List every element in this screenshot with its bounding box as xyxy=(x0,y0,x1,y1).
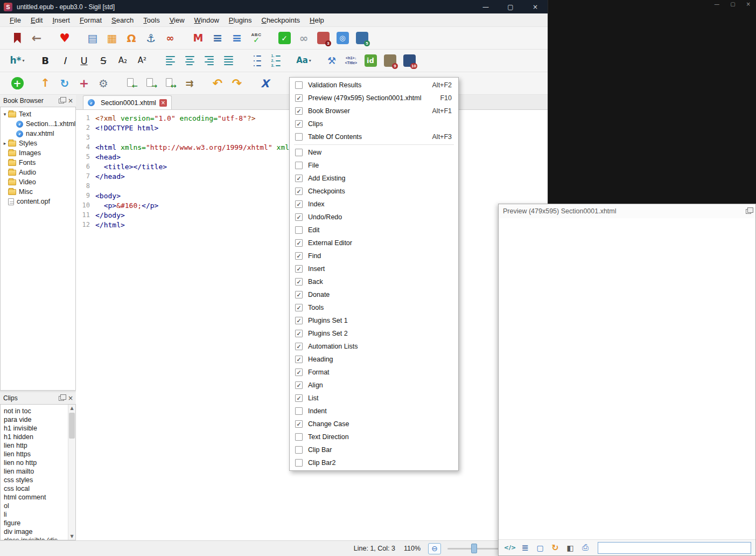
align-justify-icon[interactable] xyxy=(219,52,238,70)
close-button[interactable]: × xyxy=(523,0,548,13)
bullet-list-icon[interactable]: ••• xyxy=(247,52,266,70)
menubar-insert[interactable]: Insert xyxy=(47,15,75,26)
superscript-icon[interactable]: A² xyxy=(132,52,152,70)
clip-item-div-image[interactable]: div image xyxy=(1,527,75,536)
manage-checkpoints-icon[interactable]: ∞ xyxy=(294,29,313,47)
view-menu-item-text-direction[interactable]: Text Direction xyxy=(290,430,458,443)
bg-close-icon[interactable]: × xyxy=(746,1,751,7)
menubar-window[interactable]: Window xyxy=(190,15,224,26)
tree-item-text[interactable]: ▾Text xyxy=(1,109,75,119)
underline-icon[interactable]: U xyxy=(74,52,94,70)
menubar-plugins[interactable]: Plugins xyxy=(224,15,257,26)
view-menu-item-file[interactable]: File xyxy=(290,159,458,172)
menubar-format[interactable]: Format xyxy=(75,15,107,26)
casing-icon[interactable]: Aa▾ xyxy=(294,52,313,70)
view-menu-item-align[interactable]: ✓Align xyxy=(290,379,458,392)
tree-item-fonts[interactable]: Fonts xyxy=(1,158,75,168)
index-mark-icon[interactable]: ≡ xyxy=(227,29,247,47)
view-menu-item-external-editor[interactable]: ✓External Editor xyxy=(290,237,458,249)
zoom-slider-handle[interactable] xyxy=(471,544,477,553)
clip-item-not-in-toc[interactable]: not in toc xyxy=(1,407,75,415)
split-after-icon[interactable]: → xyxy=(141,74,160,93)
tree-item-section-1-xhtml[interactable]: eSection...1.xhtml xyxy=(1,119,75,129)
refresh-icon[interactable]: ↻ xyxy=(55,74,74,93)
strikethrough-icon[interactable]: S xyxy=(94,52,113,70)
donate-heart-icon[interactable]: ♥ xyxy=(55,29,74,47)
clip-item-lien-no-http[interactable]: lien no http xyxy=(1,458,75,467)
tree-item-nav-xhtml[interactable]: enav.xhtml xyxy=(1,129,75,138)
clip-item-h1-invisible[interactable]: h1 invisible xyxy=(1,424,75,433)
menubar-help[interactable]: Help xyxy=(305,15,329,26)
preview-address-input[interactable] xyxy=(598,542,751,554)
tree-item-images[interactable]: Images xyxy=(1,148,75,158)
menubar-file[interactable]: File xyxy=(5,15,26,26)
view-menu-item-list[interactable]: ✓List xyxy=(290,392,458,405)
plugins-set1-icon[interactable]: 3 xyxy=(313,29,333,47)
preview-dock-icon[interactable] xyxy=(746,209,751,214)
scrollbar-thumb[interactable] xyxy=(69,413,75,439)
plugins-set2-icon[interactable]: 5 xyxy=(352,29,372,47)
back-icon[interactable]: ← xyxy=(27,29,46,47)
bookmark-icon[interactable] xyxy=(8,29,27,47)
clips-close-icon[interactable]: × xyxy=(68,395,73,401)
tree-expander-icon[interactable]: ▸ xyxy=(2,141,8,146)
index-editor-icon[interactable]: ▤ xyxy=(83,29,102,47)
align-left-icon[interactable] xyxy=(160,52,180,70)
numbered-list-icon[interactable]: 1.2.3. xyxy=(266,52,285,70)
save-page-icon[interactable]: ◧ xyxy=(563,541,577,554)
view-menu-item-checkpoints[interactable]: ✓Checkpoints xyxy=(290,185,458,198)
view-menu-item-clip-bar[interactable]: Clip Bar xyxy=(290,443,458,456)
menubar-view[interactable]: View xyxy=(165,15,190,26)
plugins-set4-icon[interactable]: 10 xyxy=(400,52,419,70)
view-menu-item-indent[interactable]: Indent xyxy=(290,405,458,418)
save-upload-icon[interactable]: ↑ xyxy=(36,74,55,93)
clip-item-css-local[interactable]: css local xyxy=(1,484,75,493)
inspect-icon[interactable]: ≣ xyxy=(518,541,532,554)
spellcheck-icon[interactable]: ABC✓ xyxy=(247,29,266,47)
clips-scrollbar[interactable]: ▲ ▼ xyxy=(68,405,75,540)
join-icon[interactable]: ⇉ xyxy=(180,74,199,93)
align-right-icon[interactable] xyxy=(199,52,219,70)
view-menu-item-table-of-contents[interactable]: Table Of ContentsAlt+F3 xyxy=(290,130,458,143)
view-menu-item-undo-redo[interactable]: ✓Undo/Redo xyxy=(290,211,458,224)
bg-minimize-icon[interactable]: — xyxy=(714,1,719,7)
split-before-icon[interactable]: ← xyxy=(122,74,141,93)
clip-item-li[interactable]: li xyxy=(1,510,75,519)
tree-item-styles[interactable]: ▸Styles xyxy=(1,138,75,148)
clip-item-figure[interactable]: figure xyxy=(1,519,75,527)
validate-epub-icon[interactable]: X xyxy=(255,74,275,93)
tab-section0001[interactable]: e Section0001.xhtml × xyxy=(83,95,172,109)
scroll-up-icon[interactable]: ▲ xyxy=(70,406,73,411)
redo-icon[interactable]: ↷ xyxy=(227,74,247,93)
tree-expander-icon[interactable]: ▾ xyxy=(2,112,8,117)
view-menu-item-clips[interactable]: ✓Clips xyxy=(290,117,458,130)
close-panel-icon[interactable]: × xyxy=(68,98,73,104)
undo-icon[interactable]: ↶ xyxy=(208,74,227,93)
refresh-preview-icon[interactable]: ↻ xyxy=(548,541,562,554)
view-menu-item-find[interactable]: ✓Find xyxy=(290,249,458,262)
clip-item-lien-http[interactable]: lien http xyxy=(1,441,75,450)
tree-item-video[interactable]: Video xyxy=(1,177,75,187)
metadata-editor-icon[interactable]: M xyxy=(188,29,208,47)
special-characters-icon[interactable]: Ω xyxy=(122,29,141,47)
code-view-icon[interactable]: </> xyxy=(503,541,517,554)
clip-item-html-comment[interactable]: html comment xyxy=(1,493,75,502)
tree-item-content-opf[interactable]: content.opf xyxy=(1,197,75,206)
clips-undock-icon[interactable] xyxy=(59,396,64,401)
zoom-out-button[interactable]: ⊖ xyxy=(428,543,441,554)
heading-icon[interactable]: h*▾ xyxy=(8,52,27,70)
clip-item-lien-mailto[interactable]: lien mailto xyxy=(1,467,75,476)
split-all-icon[interactable]: ↔ xyxy=(160,74,180,93)
split-marker-icon[interactable]: + xyxy=(74,74,94,93)
view-menu-item-insert[interactable]: ✓Insert xyxy=(290,262,458,275)
clip-item-ol[interactable]: ol xyxy=(1,502,75,510)
bg-maximize-icon[interactable]: ▢ xyxy=(730,1,735,7)
menubar-tools[interactable]: Tools xyxy=(138,15,164,26)
view-menu-item-book-browser[interactable]: ✓Book BrowserAlt+F1 xyxy=(290,105,458,117)
view-menu-item-format[interactable]: ✓Format xyxy=(290,366,458,379)
minimize-button[interactable]: — xyxy=(473,0,498,13)
index-list-icon[interactable]: ≡ xyxy=(208,29,227,47)
insert-image-icon[interactable]: ▦ xyxy=(102,29,122,47)
view-menu-item-change-case[interactable]: ✓Change Case xyxy=(290,418,458,430)
settings-gear-icon[interactable]: ⚙ xyxy=(94,74,113,93)
